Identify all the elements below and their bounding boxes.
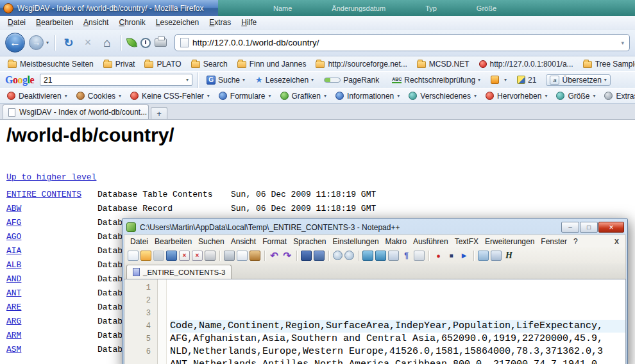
notepad-menu-item[interactable]: ? — [570, 236, 581, 247]
play-macro-icon[interactable]: ▶ — [459, 251, 470, 261]
search-dropdown-icon[interactable]: ▾ — [184, 77, 190, 83]
notepad-menu-item[interactable]: Einstellungen — [330, 236, 382, 247]
notepad-menu-item[interactable]: Format — [259, 236, 290, 247]
record-macro-icon[interactable]: ● — [433, 251, 444, 261]
google-search-input[interactable] — [44, 76, 184, 85]
sync-horizontal-icon[interactable] — [375, 251, 386, 261]
notepad-menu-item[interactable]: TextFX — [452, 236, 482, 247]
paste-icon[interactable] — [250, 251, 260, 261]
home-button[interactable]: ⌂ — [99, 35, 115, 51]
entry-link[interactable]: AFG — [6, 218, 21, 228]
url-input[interactable] — [192, 38, 617, 47]
sync-vertical-icon[interactable] — [362, 251, 373, 261]
entry-link[interactable]: AGO — [6, 232, 21, 242]
bookmark-item[interactable]: Privat — [99, 59, 140, 69]
cut-icon[interactable] — [224, 251, 235, 261]
stop-button[interactable]: × — [80, 35, 96, 51]
firefox-titlebar[interactable]: WsgiDAV - Index of /world-db/country/ - … — [0, 0, 218, 16]
webdev-menu-button[interactable]: Keine CSS-Fehler ▾ — [126, 91, 214, 101]
indent-guide-icon[interactable] — [414, 251, 425, 261]
toolbar-separator[interactable] — [356, 251, 360, 261]
notepad-menu-item[interactable]: Suchen — [195, 236, 228, 247]
document-close-icon[interactable]: X — [611, 238, 623, 245]
webdev-menu-button[interactable]: Verschiedenes ▾ — [405, 91, 480, 101]
menu-item[interactable]: Extras — [204, 17, 236, 28]
bookmark-item[interactable]: Finn und Jannes — [233, 59, 311, 69]
url-dropdown-icon[interactable]: ▾ — [621, 40, 624, 46]
print-icon[interactable] — [155, 38, 167, 47]
menu-item[interactable]: Datei — [3, 17, 31, 28]
notepad-menu-item[interactable]: Makro — [382, 236, 410, 247]
entry-link[interactable]: ABW — [6, 204, 21, 213]
word-wrap-icon[interactable] — [388, 251, 399, 261]
entry-link[interactable]: AND — [6, 274, 21, 284]
notepad-tab[interactable]: _ENTIRE_CONTENTS-3 — [126, 265, 232, 279]
open-folder-icon[interactable] — [140, 251, 151, 261]
greasemonkey-icon[interactable] — [126, 37, 137, 48]
google-toolbar-button[interactable]: G Suche ▾ — [203, 75, 248, 85]
toolbar-separator[interactable] — [326, 251, 331, 261]
bookmark-item[interactable]: MCSD.NET — [412, 59, 474, 69]
webdev-menu-button[interactable]: Deaktivieren ▾ — [3, 91, 71, 101]
google-toolbar-button[interactable]: ▾ — [487, 75, 510, 85]
webdev-menu-button[interactable]: Grafiken ▾ — [276, 91, 330, 101]
bookmark-item[interactable]: Tree Samples — [579, 59, 635, 69]
notepad-titlebar[interactable]: C:\Users\Martin\AppData\Local\Temp\_ENTI… — [124, 220, 626, 235]
webdev-menu-button[interactable]: Extras ▾ — [600, 91, 635, 101]
entry-link[interactable]: ARM — [6, 331, 21, 340]
entry-link[interactable]: ANT — [6, 288, 21, 298]
toolbar-separator[interactable] — [262, 251, 267, 261]
bookmark-item[interactable]: Meistbesuchte Seiten — [3, 59, 98, 69]
function-list-icon[interactable] — [491, 251, 502, 261]
undo-icon[interactable]: ↶ — [269, 251, 280, 261]
toolbar-separator[interactable] — [471, 251, 476, 261]
webdev-menu-button[interactable]: Formulare ▾ — [215, 91, 275, 101]
new-tab-button[interactable]: + — [151, 107, 167, 119]
entry-link[interactable]: ARE — [6, 302, 21, 312]
stop-macro-icon[interactable]: ■ — [446, 251, 457, 261]
entry-link[interactable]: ARG — [6, 317, 21, 326]
google-toolbar-button[interactable]: 21 — [514, 75, 542, 85]
webdev-menu-button[interactable]: Cookies ▾ — [72, 91, 125, 101]
history-dropdown-icon[interactable]: ▾ — [46, 40, 49, 46]
close-button[interactable]: × — [598, 222, 624, 233]
notepad-menu-item[interactable]: Datei — [127, 236, 151, 247]
close-doc-icon[interactable]: × — [179, 251, 190, 261]
forward-button[interactable]: → — [29, 35, 44, 50]
toolbar-separator[interactable] — [427, 251, 431, 261]
editor-area[interactable]: 123456 Code,Name,Continent,Region,Surfac… — [124, 279, 626, 364]
up-to-higher-level-link[interactable]: Up to higher level — [6, 172, 96, 182]
menu-item[interactable]: Hilfe — [236, 17, 262, 28]
notepad-menu-item[interactable]: Bearbeiten — [151, 236, 195, 247]
save-all-icon[interactable] — [166, 251, 177, 261]
html-preview-icon[interactable]: H — [504, 251, 514, 261]
webdev-menu-button[interactable]: Größe ▾ — [552, 91, 599, 101]
webdev-menu-button[interactable]: Hervorheben ▾ — [482, 91, 551, 101]
find-icon[interactable] — [301, 251, 312, 261]
doc-map-icon[interactable] — [478, 251, 489, 261]
notepad-menu-item[interactable]: Sprachen — [290, 236, 329, 247]
close-all-icon[interactable]: × — [192, 251, 203, 261]
tab-active[interactable]: WsgiDAV - Index of /world-db/count... — [3, 104, 149, 119]
notepad-menu-item[interactable]: Ausführen — [410, 236, 452, 247]
history-clock-icon[interactable] — [140, 38, 151, 48]
bookmark-item[interactable]: http://sourceforge.net... — [311, 59, 411, 69]
new-file-icon[interactable] — [128, 251, 139, 261]
google-toolbar-button[interactable]: ★ Lesezeichen ▾ — [252, 74, 317, 85]
show-symbols-icon[interactable]: ¶ — [401, 251, 412, 261]
bookmark-item[interactable]: http://127.0.0.1:8001/a... — [475, 59, 578, 69]
entry-link[interactable]: AIA — [6, 246, 21, 256]
replace-icon[interactable] — [314, 251, 325, 261]
url-bar[interactable]: ▾ — [174, 34, 630, 51]
bookmark-item[interactable]: Search — [187, 59, 232, 69]
google-search-box[interactable]: ▾ — [40, 74, 192, 86]
webdev-menu-button[interactable]: Informationen ▾ — [332, 91, 403, 101]
notepad-menu-item[interactable]: Ansicht — [228, 236, 259, 247]
google-toolbar-button[interactable]: a Übersetzen ▾ — [546, 74, 610, 86]
toolbar-separator[interactable] — [294, 251, 299, 261]
zoom-out-icon[interactable] — [344, 251, 354, 260]
minimize-button[interactable]: – — [561, 222, 579, 233]
google-toolbar-button[interactable]: PageRank — [321, 75, 385, 85]
copy-icon[interactable] — [237, 251, 248, 261]
entry-link[interactable]: ALB — [6, 260, 21, 270]
